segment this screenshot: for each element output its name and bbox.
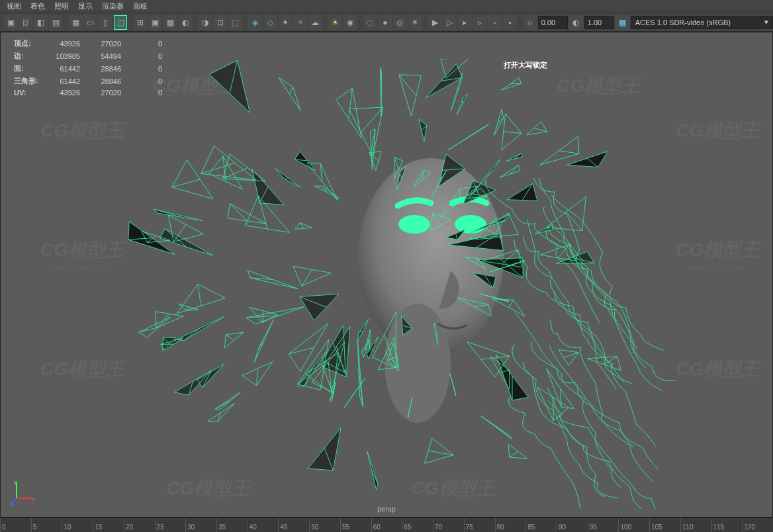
svg-line-72 [230,204,247,221]
timeline-tick[interactable]: 20 [124,518,155,532]
resolution-gate-icon[interactable]: ▯ [99,15,113,30]
viewport[interactable]: CG模型王 CG模型王 CG模型王 CG模型王 CG模型王 CG模型王 CG模型… [0,32,773,517]
shadows-icon[interactable]: ◑ [199,15,212,30]
mesh-model [80,59,676,509]
menu-renderer[interactable]: 渲染器 [102,1,124,11]
clip-ghost-icon[interactable]: ▫ [488,15,502,30]
colorspace-icon[interactable]: ▦ [615,15,629,30]
camera-select-icon[interactable]: ▣ [4,15,18,30]
timeline-tick[interactable]: 5 [31,518,62,532]
svg-line-276 [257,369,257,385]
soft-select-icon[interactable]: ▷ [443,15,457,30]
grid-icon[interactable]: ▦ [69,15,83,30]
timeline-tick[interactable]: 25 [155,518,186,532]
timeline-tick[interactable]: 105 [649,518,680,532]
timeline-tick[interactable]: 10 [62,518,93,532]
textured-icon[interactable]: ▩ [163,15,177,30]
svg-line-192 [510,83,522,84]
motion-blur-icon[interactable]: ⬚ [228,15,242,30]
svg-marker-231 [201,146,256,180]
timeline-tick[interactable]: 40 [248,518,279,532]
menu-show[interactable]: 显示 [78,1,93,11]
svg-line-268 [399,75,416,96]
ssao-icon[interactable]: ● [378,15,392,30]
timeline-tick[interactable]: 120 [742,518,773,532]
svg-line-260 [198,284,201,306]
menu-shading[interactable]: 着色 [30,1,45,11]
watermark: CG模型王 [676,238,759,263]
svg-marker-203 [209,156,243,189]
timeline-tick[interactable]: 30 [185,518,216,532]
shaded-icon[interactable]: ▣ [149,15,163,30]
timeline-tick[interactable]: 80 [495,518,526,532]
symmetry-icon[interactable]: ▸ [458,15,472,30]
timeline-tick[interactable]: 50 [309,518,340,532]
timeline-tick[interactable]: 75 [464,518,495,532]
timeline-tick[interactable]: 0 [0,518,31,532]
svg-line-148 [428,451,453,455]
timeline[interactable]: 0510152025303540455055606570758085909510… [0,517,773,532]
menu-view[interactable]: 视图 [7,1,21,11]
timeline-tick[interactable]: 60 [371,518,402,532]
svg-line-84 [469,126,486,137]
svg-line-124 [495,425,511,439]
film-gate-icon[interactable]: ▭ [84,15,98,30]
svg-marker-81 [494,109,504,135]
selection-highlight-icon[interactable]: ▶ [428,15,442,30]
svg-marker-195 [154,209,203,220]
svg-marker-213 [293,267,331,287]
gamma-icon[interactable]: ◐ [569,15,583,30]
gamma-input[interactable]: 1.00 [584,16,614,29]
aa-icon[interactable]: ◌ [363,15,377,30]
svg-text:x: x [32,496,35,502]
xray-components-icon[interactable]: ✧ [293,15,307,30]
colorspace-label: ACES 1.0 SDR-video (sRGB) [635,19,731,26]
exposure-icon[interactable]: ☼ [523,15,537,30]
gate-mask-icon[interactable]: ▢ [114,15,128,30]
timeline-tick[interactable]: 55 [340,518,371,532]
svg-point-3 [455,215,486,234]
timeline-tick[interactable]: 110 [680,518,711,532]
camera-attr-icon[interactable]: ⌼ [19,15,33,30]
timeline-tick[interactable]: 90 [557,518,588,532]
wireframe-icon[interactable]: ⊞ [134,15,148,30]
panel-toolbar: ▣ ⌼ ◧ ▤ ▦ ▭ ▯ ▢ ⊞ ▣ ▩ ◐ ◑ ⊡ ⬚ ◈ ◇ ✦ ✧ ☁ … [0,13,773,32]
svg-line-266 [566,212,582,230]
smooth-wire-icon[interactable]: ⊡ [214,15,228,30]
svg-line-62 [172,179,201,187]
bookmark-icon[interactable]: ◧ [34,15,48,30]
dof-icon[interactable]: ◎ [393,15,407,30]
svg-line-66 [509,300,514,308]
svg-line-284 [361,107,383,132]
hw-fog-icon[interactable]: ☁ [308,15,322,30]
svg-point-2 [398,215,430,234]
timeline-tick[interactable]: 65 [402,518,433,532]
multisampling-icon[interactable]: ✶ [408,15,422,30]
svg-line-274 [504,132,522,133]
menu-lighting[interactable]: 照明 [54,1,69,11]
timeline-tick[interactable]: 15 [93,518,124,532]
deform-icon[interactable]: ▹ [473,15,487,30]
colorspace-dropdown[interactable]: ACES 1.0 SDR-video (sRGB) ▾ [631,16,773,29]
timeline-tick[interactable]: 35 [216,518,248,532]
use-all-lights-icon[interactable]: ◐ [179,15,193,30]
timeline-tick[interactable]: 85 [525,518,557,532]
grease-pencil-icon[interactable]: ▪ [503,15,517,30]
two-sided-icon[interactable]: ◉ [343,15,357,30]
watermark: CG模型王 [676,357,759,382]
light-icon[interactable]: ☀ [328,15,342,30]
svg-line-102 [510,451,518,457]
svg-line-180 [484,169,494,179]
timeline-tick[interactable]: 115 [711,518,743,532]
timeline-tick[interactable]: 100 [618,518,649,532]
xray-icon[interactable]: ◇ [263,15,277,30]
timeline-tick[interactable]: 70 [433,518,464,532]
xray-joints-icon[interactable]: ✦ [279,15,293,30]
timeline-tick[interactable]: 45 [278,518,309,532]
image-plane-icon[interactable]: ▤ [49,15,63,30]
isolate-select-icon[interactable]: ◈ [248,15,262,30]
timeline-tick[interactable]: 95 [588,518,619,532]
svg-line-258 [604,357,617,365]
menu-panels[interactable]: 面板 [133,1,148,11]
exposure-input[interactable]: 0.00 [538,16,568,29]
